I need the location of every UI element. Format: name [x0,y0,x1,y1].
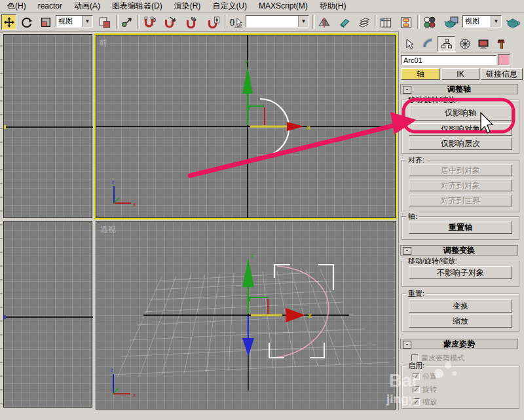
chevron-down-icon[interactable]: ▼ [491,16,501,27]
mirror-icon [318,16,331,29]
collapse-icon[interactable]: - [403,86,411,94]
viewport-front[interactable]: x y z x 前 [96,35,396,218]
snap-toggle-button[interactable]: 3 [140,14,158,30]
gizmo-y-arrowhead[interactable] [242,258,254,287]
rollout-adjust-transform[interactable]: - 调整变换 [400,245,518,256]
reference-coordinate-dropdown[interactable]: 视图 ▼ [56,15,93,28]
select-and-rotate-button[interactable] [18,14,35,30]
3dsmax-window: 色(H) reactor 动画(A) 图表编辑器(D) 渲染(R) 自定义(U)… [0,0,524,420]
check-icon[interactable]: ✓ [413,386,420,393]
align-button[interactable] [335,14,353,30]
ik-mode-label: IK [457,69,464,79]
tab-hierarchy[interactable] [438,36,455,52]
motion-wheel-icon [459,38,471,50]
dont-affect-children-button[interactable]: 不影响子对象 [409,266,512,279]
align-to-world-button[interactable]: 对齐到世界 [409,195,512,206]
center-to-object-button[interactable]: 居中到对象 [409,164,512,176]
group-pivot-label: 轴: [406,212,419,221]
enable-rotation-label: 旋转 [422,385,437,394]
gizmo-y-arrowhead[interactable] [242,66,253,94]
menu-item-rendering[interactable]: 渲染(R) [168,0,207,12]
menu-item-reactor[interactable]: reactor [32,0,68,12]
x-axis-label: x [307,123,311,131]
collapse-icon[interactable]: - [403,247,411,255]
collapse-icon[interactable]: - [403,341,411,349]
mirror-button[interactable] [315,14,333,30]
select-and-manipulate-button[interactable] [119,14,135,30]
reset-pivot-button[interactable]: 重置轴 [409,221,512,234]
tab-create[interactable] [401,36,419,52]
object-name-field[interactable] [401,55,496,65]
svg-text:%: % [191,16,196,22]
render-type-dropdown[interactable]: 视图 ▼ [462,15,502,28]
viewport-bottom-left[interactable] [3,221,92,408]
angle-snap-toggle-button[interactable] [160,14,179,30]
reset-transform-button[interactable]: 变换 [409,299,512,313]
percent-snap-toggle-button[interactable]: % [182,14,201,30]
object-color-swatch[interactable] [498,54,510,66]
enable-position-checkbox[interactable]: ✓ 位置 [413,372,437,381]
reset-pivot-label: 重置轴 [449,222,472,233]
affect-pivot-only-button[interactable]: 仅影响轴 [409,105,512,121]
rollout-skin-pose-title: 蒙皮姿势 [443,339,475,349]
rollout-adjust-pivot[interactable]: - 调整轴 [400,84,518,94]
pivot-mode-label: 轴 [417,69,424,80]
affect-object-only-button[interactable]: 仅影响对象 [409,123,512,136]
affect-hierarchy-only-button[interactable]: 仅影响层次 [409,138,512,150]
enable-rotation-checkbox[interactable]: ✓ 旋转 [413,385,437,394]
check-icon[interactable]: ✓ [413,373,420,380]
chevron-down-icon[interactable]: ▼ [82,16,92,27]
named-selection-input[interactable] [246,18,298,26]
select-and-move-button[interactable] [1,14,16,30]
layer-manager-button[interactable] [356,14,373,30]
spinner-snap-toggle-button[interactable] [204,14,223,30]
gizmo-x-arrowhead[interactable] [287,122,304,131]
quick-render-button[interactable] [504,14,523,30]
menu-item-maxscript[interactable]: MAXScript(M) [253,0,314,12]
menu-item-help[interactable]: 帮助(H) [314,0,352,12]
snap-magnet-icon: 3 [142,16,156,29]
affect-pivot-only-label: 仅影响轴 [445,107,476,119]
enable-scale-checkbox[interactable]: ✓ 缩放 [413,397,437,407]
viewport-front-label[interactable]: 前 [100,37,107,48]
manipulate-icon [121,16,133,29]
material-editor-icon [422,16,437,29]
percent-snap-magnet-icon: % [185,16,198,29]
svg-text:3: 3 [153,17,156,23]
x-axis-label: x [308,311,312,319]
edit-named-selections-button[interactable]: {} ABC [227,14,244,30]
tab-modify[interactable] [419,36,437,52]
schematic-view-button[interactable] [397,14,415,30]
align-to-object-button[interactable]: 对齐到对象 [409,180,512,191]
viewport-perspective-label[interactable]: 透视 [100,224,116,235]
tab-motion[interactable] [456,36,474,52]
viewport-perspective[interactable]: x y z x 透视 [96,221,396,410]
rollout-skin-pose[interactable]: - 蒙皮姿势 [400,339,518,349]
menu-item-customize[interactable]: 自定义(U) [206,0,253,12]
named-selection-set-combo[interactable]: ▼ [246,15,309,28]
render-setup-button[interactable] [442,14,460,30]
menu-item-animation[interactable]: 动画(A) [68,0,106,12]
arc-object-perspective[interactable] [274,266,329,358]
gizmo-z-arrowhead[interactable] [242,338,254,356]
ik-mode-button[interactable]: IK [441,68,479,80]
material-editor-button[interactable] [420,14,440,30]
align-icon [338,16,351,29]
tab-display[interactable] [474,36,492,52]
reset-transform-label: 变换 [453,301,468,312]
left-edge-strip [0,31,3,410]
link-info-mode-button[interactable]: 链接信息 [481,68,523,80]
curve-editor-button[interactable] [377,14,394,30]
menu-item-graph-editors[interactable]: 图表编辑器(D) [106,0,168,12]
chevron-down-icon[interactable]: ▼ [298,16,309,27]
menu-item-character[interactable]: 色(H) [1,0,32,12]
select-and-scale-button[interactable] [37,14,54,30]
check-icon[interactable]: ✓ [413,398,420,406]
viewport-top-left[interactable] [3,34,92,218]
use-center-flyout-button[interactable] [96,14,113,30]
pivot-mode-button[interactable]: 轴 [401,68,440,80]
render-type-value: 视图 [463,16,491,26]
tab-utilities[interactable] [493,36,510,52]
reset-scale-button[interactable]: 缩放 [409,315,512,328]
selection-brackets [269,265,333,358]
